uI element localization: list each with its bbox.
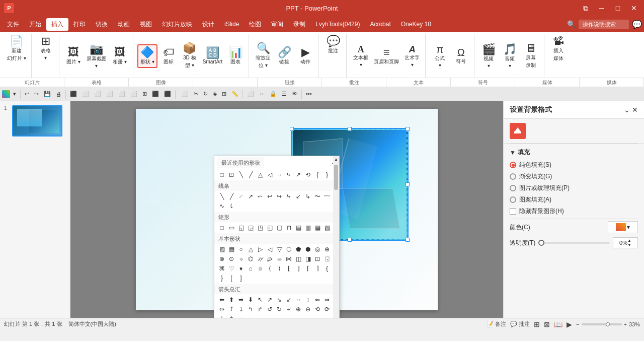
zoom-thumb[interactable] xyxy=(606,322,610,326)
qt-measure-btn[interactable]: 📏 xyxy=(229,90,240,99)
icons-btn[interactable]: 🏷 图标 xyxy=(158,45,179,67)
zoom-btn[interactable]: 🔍 缩放定 位 ▾ xyxy=(253,34,273,78)
menu-draw[interactable]: 绘图 xyxy=(244,18,266,31)
screen-record-btn[interactable]: 🖥 屏幕 录制 xyxy=(521,34,541,78)
qt-grid-btn[interactable]: ⊞ xyxy=(220,90,228,99)
view-reading-btn[interactable]: 📖 xyxy=(554,320,562,328)
insert-media-btn[interactable]: 📽 插入 媒体 xyxy=(548,34,569,63)
qt-arrows-btn[interactable]: ↔ xyxy=(257,90,267,99)
picture-btn[interactable]: 🖼 图片 ▾ xyxy=(63,34,84,78)
view-slide-sorter-btn[interactable]: ⊠ xyxy=(544,320,550,328)
slide-thumbnail[interactable] xyxy=(12,105,62,137)
qt-select-btn[interactable]: ⬜ xyxy=(180,90,191,99)
wordart-btn[interactable]: A 艺术字 ▾ xyxy=(402,34,422,78)
smartart-btn[interactable]: 🔠 SmartArt xyxy=(201,46,224,66)
menu-animation[interactable]: 动画 xyxy=(113,18,135,31)
chart-btn[interactable]: 📊 图表 xyxy=(225,45,246,67)
equation-btn[interactable]: π 公式 ▾ xyxy=(430,34,450,78)
fill-section-title[interactable]: ▼ 填充 xyxy=(510,148,638,157)
comments-btn[interactable]: 💬 批注 xyxy=(510,320,530,328)
audio-btn[interactable]: 🎵 音频 ▾ xyxy=(500,34,520,78)
color-picker-btn[interactable]: ▾ xyxy=(608,221,638,233)
shape-arrow3[interactable]: ↗ xyxy=(294,170,303,179)
close-btn[interactable]: ✕ xyxy=(628,2,640,14)
menu-home[interactable]: 开始 xyxy=(24,18,46,31)
shape-line2[interactable]: ╱ xyxy=(246,170,255,179)
qt-eye-btn[interactable]: 👁 xyxy=(290,90,299,99)
action-btn[interactable]: ▶ 动作 xyxy=(295,34,315,78)
view-slideshow-btn[interactable]: ▶ xyxy=(567,320,572,328)
shape-brace2[interactable]: } xyxy=(323,170,332,179)
qt-select2-btn[interactable]: ⬜ xyxy=(245,90,256,99)
shape-line1[interactable]: ╲ xyxy=(236,170,246,179)
maximize-btn[interactable]: □ xyxy=(612,2,624,14)
picture-fill-radio[interactable] xyxy=(510,185,516,191)
pattern-fill-radio[interactable] xyxy=(510,196,516,203)
menu-islide[interactable]: iSlide xyxy=(219,19,244,30)
solid-fill-option[interactable]: 纯色填充(S) xyxy=(510,161,638,169)
comment-btn[interactable]: 💬 批注 xyxy=(323,34,343,56)
transparency-thumb[interactable] xyxy=(538,240,544,246)
qt-btn10[interactable]: ⊞ xyxy=(140,90,149,98)
menu-review[interactable]: 审阅 xyxy=(266,18,288,31)
shape-tri[interactable]: △ xyxy=(256,170,265,179)
screenshot-btn[interactable]: 📷 屏幕截图 ▾ xyxy=(85,34,109,78)
menu-insert[interactable]: 插入 xyxy=(46,18,68,31)
new-slide-btn[interactable]: 📄 新建 幻灯片 ▾ xyxy=(5,34,28,63)
shapes-btn[interactable]: 🔷 形状 ▾ xyxy=(137,44,157,68)
qt-btn8[interactable]: ⬜ xyxy=(116,90,127,98)
qt-undo-btn[interactable]: ↩ xyxy=(23,90,31,98)
menu-print[interactable]: 打印 xyxy=(68,18,91,31)
qt-more-btn[interactable]: ••• xyxy=(304,90,314,99)
qt-btn11[interactable]: ⬛ xyxy=(150,90,161,98)
album-btn[interactable]: 🖼 相册 ▾ xyxy=(110,34,130,78)
gradient-fill-option[interactable]: 渐变填充(G) xyxy=(510,172,638,181)
menu-onekey[interactable]: OneKey 10 xyxy=(396,19,436,30)
qt-dropdown1[interactable]: ▾ xyxy=(11,90,18,98)
3d-models-btn[interactable]: 📦 3D 模 型 ▾ xyxy=(180,41,200,71)
link-btn[interactable]: 🔗 链接 xyxy=(274,34,294,78)
qt-crop-btn[interactable]: ✂ xyxy=(192,90,200,99)
qt-color-btn[interactable] xyxy=(2,90,10,98)
transparency-down[interactable]: ▼ xyxy=(627,243,631,247)
menu-file[interactable]: 文件 xyxy=(2,18,24,31)
menu-view[interactable]: 视图 xyxy=(135,18,157,31)
shape-curve[interactable]: ⟲ xyxy=(303,170,312,179)
zoom-in-btn[interactable]: + xyxy=(624,321,627,327)
hide-bg-checkbox[interactable] xyxy=(510,208,516,215)
notes-btn[interactable]: 📝 备注 xyxy=(487,320,506,328)
zoom-out-btn[interactable]: − xyxy=(576,321,579,327)
panel-close-btn[interactable]: ✕ xyxy=(632,106,638,114)
qt-btn4[interactable]: ⬛ xyxy=(68,90,79,98)
video-btn[interactable]: 🎬 视频 ▾ xyxy=(478,34,499,78)
shape-arrow1[interactable]: → xyxy=(275,170,284,179)
qt-redo-btn[interactable]: ↪ xyxy=(32,90,41,98)
restore-btn[interactable]: ⧉ xyxy=(580,2,592,14)
qt-btn7[interactable]: ⬜ xyxy=(104,90,115,98)
shape-arrow2[interactable]: ⤷ xyxy=(284,170,293,179)
shape-dropdown[interactable]: 最近使用的形状 ▲ □ ⊡ ╲ ╱ △ ◁ → ⤷ ↗ ⟲ { } 线条 xyxy=(214,156,340,318)
qt-save-btn[interactable]: 💾 xyxy=(42,90,53,98)
qt-rotate-btn[interactable]: ↻ xyxy=(201,90,210,99)
qt-3d-btn[interactable]: ◈ xyxy=(211,90,219,99)
qt-btn5[interactable]: ⬜ xyxy=(80,90,91,98)
header-footer-btn[interactable]: ≡ 页眉和页脚 xyxy=(372,34,401,78)
comment-icon[interactable]: 💬 xyxy=(632,20,642,29)
transparency-up[interactable]: ▲ xyxy=(627,238,631,243)
symbol-btn[interactable]: Ω 符号 xyxy=(451,34,471,78)
fill-icon-btn[interactable] xyxy=(510,123,526,139)
menu-design[interactable]: 设计 xyxy=(197,18,219,31)
transparency-value[interactable]: 0% ▲ ▼ xyxy=(613,237,638,248)
qt-btn9[interactable]: ⬜ xyxy=(128,90,139,98)
picture-fill-option[interactable]: 图片或纹理填充(P) xyxy=(510,184,638,192)
shape-rect[interactable]: □ xyxy=(217,170,226,179)
textbox-btn[interactable]: A 文本框 ▾ xyxy=(351,34,371,78)
pattern-fill-option[interactable]: 图案填充(A) xyxy=(510,195,638,204)
hide-bg-option[interactable]: 隐藏背景图形(H) xyxy=(510,207,638,216)
qt-btn12[interactable]: ⬛ xyxy=(162,90,173,98)
menu-acrobat[interactable]: Acrobat xyxy=(365,19,395,30)
menu-transition[interactable]: 切换 xyxy=(91,18,113,31)
zoom-slider[interactable] xyxy=(582,323,622,325)
canvas-area[interactable]: 最近使用的形状 ▲ □ ⊡ ╲ ╱ △ ◁ → ⤷ ↗ ⟲ { } 线条 xyxy=(70,101,503,318)
qt-lock-btn[interactable]: 🔒 xyxy=(268,90,279,99)
